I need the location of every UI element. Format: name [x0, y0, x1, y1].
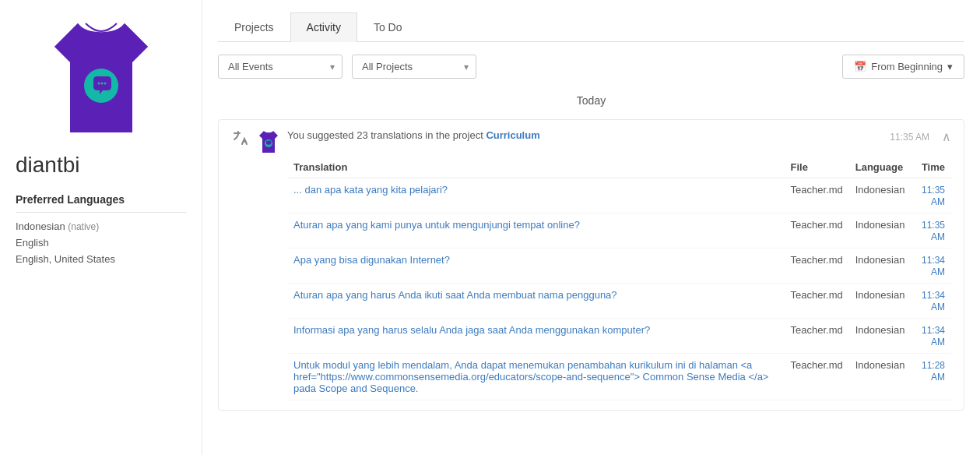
- events-filter-wrapper: All Events: [218, 55, 342, 79]
- chevron-down-icon: ▾: [947, 61, 953, 72]
- file-cell: Teacher.md: [785, 319, 849, 354]
- language-english: English: [16, 237, 186, 249]
- col-time: Time: [911, 157, 951, 178]
- activity-summary: You suggested 23 translations in the pro…: [287, 129, 540, 141]
- table-row: Informasi apa yang harus selalu Anda jag…: [287, 319, 951, 354]
- projects-filter[interactable]: All Projects: [352, 55, 476, 79]
- translation-cell: Untuk modul yang lebih mendalam, Anda da…: [287, 354, 785, 400]
- page-container: diantbi Preferred Languages Indonesian (…: [0, 0, 980, 455]
- time-cell: 11:28 AM: [911, 354, 951, 400]
- time-cell: 11:34 AM: [911, 249, 951, 284]
- language-indonesian: Indonesian (native): [16, 220, 186, 232]
- collapse-button[interactable]: ∧: [942, 129, 951, 144]
- file-cell: Teacher.md: [785, 178, 849, 213]
- tabs: Projects Activity To Do: [218, 12, 964, 42]
- language-cell: Indonesian: [849, 249, 912, 284]
- translation-link[interactable]: Aturan apa yang harus Anda ikuti saat An…: [293, 289, 617, 301]
- translation-link[interactable]: Informasi apa yang harus selalu Anda jag…: [293, 324, 650, 336]
- projects-filter-wrapper: All Projects: [352, 55, 476, 79]
- events-filter[interactable]: All Events: [218, 55, 342, 79]
- language-cell: Indonesian: [849, 284, 912, 319]
- translation-link[interactable]: Apa yang bisa digunakan Internet?: [293, 254, 450, 266]
- file-cell: Teacher.md: [785, 354, 849, 400]
- language-cell: Indonesian: [849, 354, 912, 400]
- translation-link[interactable]: Untuk modul yang lebih mendalam, Anda da…: [293, 359, 768, 394]
- file-cell: Teacher.md: [785, 213, 849, 249]
- project-link[interactable]: Curriculum: [486, 129, 539, 141]
- table-row: Aturan apa yang harus Anda ikuti saat An…: [287, 284, 951, 319]
- file-cell: Teacher.md: [785, 249, 849, 284]
- time-cell: 11:34 AM: [911, 319, 951, 354]
- language-english-us: English, United States: [16, 253, 186, 265]
- time-link[interactable]: 11:34 AM: [922, 255, 945, 277]
- table-row: Untuk modul yang lebih mendalam, Anda da…: [287, 354, 951, 400]
- svg-point-3: [104, 83, 106, 85]
- main-content: Projects Activity To Do All Events All P…: [202, 0, 980, 455]
- time-cell: 11:35 AM: [911, 178, 951, 213]
- translation-cell: Informasi apa yang harus selalu Anda jag…: [287, 319, 785, 354]
- activity-item: You suggested 23 translations in the pro…: [218, 119, 964, 411]
- translations-table: Translation File Language Time ... dan a…: [287, 157, 951, 400]
- time-link[interactable]: 11:34 AM: [922, 290, 945, 312]
- tab-projects[interactable]: Projects: [218, 12, 290, 41]
- table-row: ... dan apa kata yang kita pelajari?Teac…: [287, 178, 951, 213]
- svg-point-2: [100, 83, 103, 85]
- avatar: [47, 16, 156, 140]
- from-beginning-button[interactable]: From Beginning ▾: [842, 55, 964, 79]
- tab-todo[interactable]: To Do: [357, 12, 419, 41]
- col-file: File: [785, 157, 849, 178]
- time-link[interactable]: 11:35 AM: [922, 185, 945, 207]
- preferred-languages-section: Preferred Languages Indonesian (native) …: [16, 193, 186, 265]
- time-link[interactable]: 11:34 AM: [922, 325, 945, 347]
- preferred-languages-title: Preferred Languages: [16, 193, 186, 213]
- translate-icon: [231, 129, 250, 152]
- translation-cell: Aturan apa yang harus Anda ikuti saat An…: [287, 284, 785, 319]
- activity-content: You suggested 23 translations in the pro…: [287, 129, 951, 400]
- file-cell: Teacher.md: [785, 284, 849, 319]
- sidebar: diantbi Preferred Languages Indonesian (…: [0, 0, 202, 455]
- time-cell: 11:34 AM: [911, 284, 951, 319]
- language-cell: Indonesian: [849, 178, 912, 213]
- translation-link[interactable]: Aturan apa yang kami punya untuk mengunj…: [293, 219, 580, 231]
- today-label: Today: [218, 94, 964, 107]
- language-cell: Indonesian: [849, 213, 912, 249]
- activity-time: 11:35 AM: [890, 132, 929, 143]
- translation-cell: Aturan apa yang kami punya untuk mengunj…: [287, 213, 785, 249]
- avatar-container: [16, 16, 186, 140]
- table-row: Apa yang bisa digunakan Internet?Teacher…: [287, 249, 951, 284]
- activity-header: You suggested 23 translations in the pro…: [287, 129, 951, 149]
- tab-activity[interactable]: Activity: [290, 12, 357, 42]
- svg-point-1: [97, 83, 100, 85]
- translation-cell: Apa yang bisa digunakan Internet?: [287, 249, 785, 284]
- translation-link[interactable]: ... dan apa kata yang kita pelajari?: [293, 184, 448, 196]
- table-row: Aturan apa yang kami punya untuk mengunj…: [287, 213, 951, 249]
- username: diantbi: [16, 153, 186, 178]
- time-link[interactable]: 11:28 AM: [922, 360, 945, 383]
- language-cell: Indonesian: [849, 319, 912, 354]
- filters-row: All Events All Projects From Beginning ▾: [218, 55, 964, 79]
- col-language: Language: [849, 157, 912, 178]
- mini-avatar: [258, 129, 279, 154]
- col-translation: Translation: [287, 157, 785, 178]
- translation-cell: ... dan apa kata yang kita pelajari?: [287, 178, 785, 213]
- time-cell: 11:35 AM: [911, 213, 951, 249]
- time-link[interactable]: 11:35 AM: [922, 220, 945, 242]
